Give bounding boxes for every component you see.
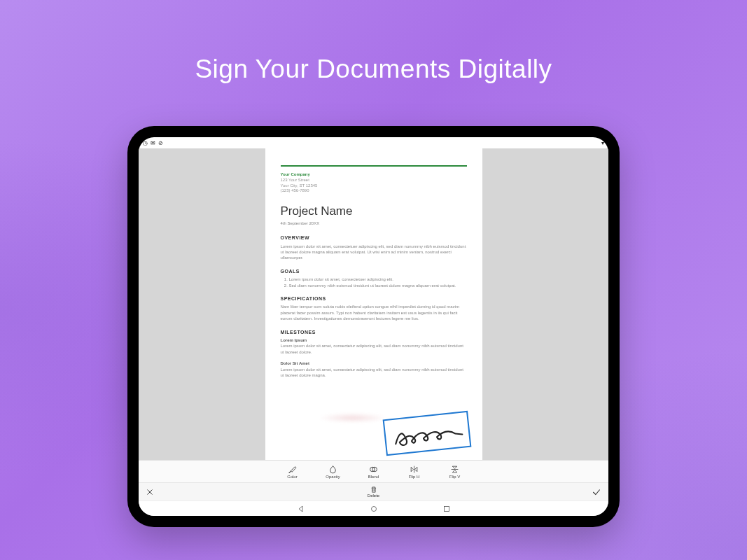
tablet-screen: ◷ ✉ ⊘ ▾ Your Company 123 Your Street You… — [139, 137, 608, 516]
circle-home-icon — [370, 505, 378, 513]
signature-icon — [384, 412, 469, 454]
milestone-sub2-body: Lorem ipsum dolor sit amet, consectetur … — [281, 367, 467, 379]
flip-vertical-icon — [450, 465, 459, 474]
page-header-rule — [281, 165, 467, 167]
triangle-back-icon — [297, 505, 305, 513]
svg-point-2 — [371, 506, 376, 511]
opacity-button[interactable]: Opacity — [323, 465, 344, 479]
specifications-body: Nam liber tempor cum soluta nobis eleife… — [281, 304, 467, 321]
blend-button[interactable]: Blend — [363, 465, 384, 479]
overview-body: Lorem ipsum dolor sit amet, consectetuer… — [281, 244, 467, 261]
goals-list: Lorem ipsum dolor sit amet, consectetuer… — [281, 276, 467, 288]
flip-horizontal-icon — [410, 465, 419, 474]
notification-icon: ⊘ — [158, 140, 163, 146]
company-phone: (123) 456-7890 — [281, 188, 467, 194]
flip-v-label: Flip V — [449, 475, 460, 479]
clock-icon: ◷ — [143, 140, 148, 146]
flip-v-button[interactable]: Flip V — [445, 465, 466, 479]
confirm-button[interactable] — [592, 487, 601, 497]
android-nav-bar — [139, 500, 608, 516]
company-city: Your City, ST 12345 — [281, 183, 467, 189]
blend-label: Blend — [368, 475, 379, 479]
blend-icon — [369, 465, 378, 474]
milestone-sub1-body: Lorem ipsum dolor sit amet, consectetur … — [281, 343, 467, 355]
milestone-sub1-label: Lorem Ipsum — [281, 337, 467, 343]
milestone-sub2-label: Dolor Sit Amet — [281, 360, 467, 366]
document-page: Your Company 123 Your Street Your City, … — [265, 148, 482, 460]
section-heading-specifications: SPECIFICATIONS — [281, 295, 467, 302]
delete-button[interactable]: Delete — [368, 486, 379, 498]
cancel-button[interactable] — [146, 488, 154, 496]
opacity-label: Opacity — [326, 475, 340, 479]
section-heading-goals: GOALS — [281, 268, 467, 274]
promo-headline: Sign Your Documents Digitally — [0, 55, 747, 84]
close-icon — [146, 488, 154, 496]
square-recents-icon — [442, 505, 451, 513]
tablet-frame: ◷ ✉ ⊘ ▾ Your Company 123 Your Street You… — [127, 126, 620, 527]
company-block: Your Company 123 Your Street Your City, … — [281, 172, 467, 194]
flip-h-button[interactable]: Flip H — [404, 465, 425, 479]
opacity-icon — [328, 465, 337, 474]
delete-label: Delete — [368, 493, 379, 498]
nav-back-button[interactable] — [296, 504, 306, 514]
color-label: Color — [287, 475, 297, 479]
company-name: Your Company — [281, 172, 467, 178]
svg-rect-3 — [444, 506, 449, 511]
nav-home-button[interactable] — [369, 504, 379, 514]
status-bar: ◷ ✉ ⊘ ▾ — [139, 137, 608, 148]
mail-icon: ✉ — [151, 140, 155, 146]
section-heading-overview: OVERVIEW — [281, 234, 467, 241]
company-street: 123 Your Street — [281, 178, 467, 183]
document-viewport[interactable]: Your Company 123 Your Street Your City, … — [139, 148, 608, 460]
trash-icon — [370, 486, 377, 493]
flip-h-label: Flip H — [409, 475, 420, 479]
nav-recents-button[interactable] — [442, 504, 452, 514]
section-heading-milestones: MILESTONES — [281, 329, 467, 335]
document-title: Project Name — [281, 204, 467, 220]
goals-item-1: Lorem ipsum dolor sit amet, consectetuer… — [289, 276, 467, 282]
check-icon — [592, 487, 601, 497]
signature-toolbar: Color Opacity Blend Flip H — [139, 460, 608, 482]
brush-icon — [288, 465, 297, 474]
color-button[interactable]: Color — [282, 465, 303, 479]
document-date: 4th September 20XX — [281, 220, 467, 226]
action-bar: Delete — [139, 482, 608, 500]
wifi-icon: ▾ — [601, 140, 604, 146]
goals-item-2: Sed diam nonummy nibh euismod tincidunt … — [289, 283, 467, 288]
